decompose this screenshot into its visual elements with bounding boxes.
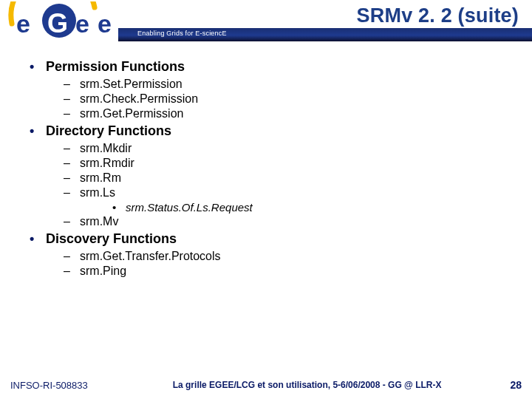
dash-icon: – [64,92,80,106]
dash-icon: – [64,265,80,278]
bullet-icon: • [30,232,46,245]
outline-l2-label: srm.Ping [80,265,126,278]
outline-l3-item: •srm.Status.Of.Ls.Request [112,201,502,214]
outline-l2-item: –srm.Rmdir [64,157,502,170]
outline-l2-label: srm.Set.Permission [80,78,183,91]
outline-l2-label: srm.Get.Transfer.Protocols [80,250,221,263]
header-tagline: Enabling Grids for E-sciencE [137,30,227,37]
outline-l2-item: –srm.Get.Permission [64,107,502,120]
outline-l2-item: –srm.Check.Permission [64,92,502,106]
footer-left: INFSO-RI-508833 [10,380,88,391]
dash-icon: – [64,250,80,263]
outline-l1-label: Permission Functions [46,59,185,75]
bullet-icon: • [30,60,46,73]
outline-l2-item: –srm.Ls [64,186,502,200]
dash-icon: – [64,78,80,91]
outline-l2-item: –srm.Rm [64,171,502,185]
outline-l2-item: –srm.Set.Permission [64,78,502,91]
outline-l2-item: –srm.Get.Transfer.Protocols [64,250,502,263]
slide-footer: INFSO-RI-508833 La grille EGEE/LCG et so… [0,374,532,399]
dash-icon: – [64,157,80,170]
outline-l2-item: –srm.Ping [64,265,502,278]
egee-logo: e G e e [6,1,120,41]
slide-body: • Permission Functions –srm.Set.Permissi… [0,49,532,371]
svg-text:e: e [75,10,89,38]
footer-center: La grille EGEE/LCG et son utilisation, 5… [88,380,497,390]
dash-icon: – [64,215,80,228]
outline-l2-label: srm.Ls [80,186,115,200]
outline-l1-label: Directory Functions [46,123,171,139]
svg-text:e: e [98,10,112,38]
outline-l2-item: –srm.Mv [64,215,502,228]
slide-header: e G e e SRMv 2. 2 (suite) Enabling Grids… [0,0,532,43]
outline-l1-item: • Discovery Functions [30,231,502,247]
footer-page: 28 [497,379,522,391]
svg-text:e: e [16,10,30,38]
outline-l2-item: –srm.Mkdir [64,142,502,155]
outline-l2-label: srm.Check.Permission [80,92,198,106]
bullet-icon: • [30,124,46,137]
outline-l3-label: srm.Status.Of.Ls.Request [126,201,253,214]
outline-l2-label: srm.Mv [80,215,118,228]
dash-icon: – [64,171,80,185]
outline-l2-label: srm.Mkdir [80,142,132,155]
svg-text:G: G [47,8,68,38]
outline-l2-label: srm.Get.Permission [80,107,183,120]
dash-icon: – [64,186,80,200]
outline-l2-label: srm.Rm [80,171,121,185]
slide: e G e e SRMv 2. 2 (suite) Enabling Grids… [0,0,532,399]
dot-icon: • [112,201,126,214]
dash-icon: – [64,142,80,155]
outline-l1-item: • Directory Functions [30,123,502,139]
slide-title: SRMv 2. 2 (suite) [357,4,519,27]
outline-l1-label: Discovery Functions [46,231,177,247]
outline-l1-item: • Permission Functions [30,59,502,75]
outline-l2-label: srm.Rmdir [80,157,134,170]
dash-icon: – [64,107,80,120]
